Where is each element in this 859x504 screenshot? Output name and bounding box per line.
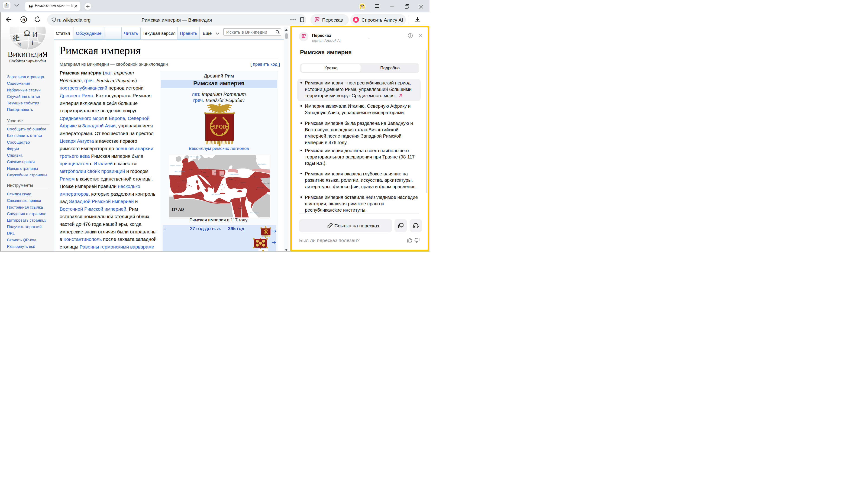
svg-text:Ω: Ω	[24, 29, 30, 38]
svg-text:ঘ: ঘ	[18, 42, 21, 48]
svg-text:Mare Germanicum: Mare Germanicum	[190, 156, 201, 157]
svg-text:117 AD: 117 AD	[171, 207, 184, 212]
svg-text:Sinus Arabicus: Sinus Arabicus	[250, 212, 259, 213]
svg-text:SPQR: SPQR	[212, 124, 227, 130]
svg-text:Cappadocia: Cappadocia	[240, 182, 246, 183]
svg-text:Mare Internum: Mare Internum	[211, 194, 220, 195]
svg-text:Britannia: Britannia	[183, 161, 188, 163]
svg-text:Ægyptus: Ægyptus	[238, 208, 242, 209]
svg-text:維: 維	[13, 34, 20, 42]
svg-text:Bithynia: Bithynia	[229, 179, 233, 180]
svg-text:Oceanus Atlanticus: Oceanus Atlanticus	[170, 165, 181, 166]
svg-text:Я: Я	[22, 17, 25, 21]
svg-text:Mare Caspium: Mare Caspium	[258, 163, 266, 165]
svg-text:Mare Cantabricum: Mare Cantabricum	[174, 171, 185, 172]
svg-text:Mesopotamia: Mesopotamia	[257, 187, 264, 188]
svg-text:Cyrenaica: Cyrenaica	[217, 200, 222, 201]
svg-text:Raetia: Raetia	[203, 172, 206, 173]
svg-text:Italia: Italia	[206, 175, 209, 177]
svg-text:Hispania: Hispania	[182, 180, 186, 181]
svg-text:٦: ٦	[29, 39, 33, 47]
svg-text:Dacia: Dacia	[214, 172, 217, 173]
svg-text:И: И	[32, 30, 38, 39]
svg-text:Gallia: Gallia	[189, 169, 193, 170]
svg-text:Armenia: Armenia	[254, 176, 258, 178]
svg-text:Macedonia: Macedonia	[217, 184, 223, 186]
svg-text:Thracia: Thracia	[221, 174, 224, 176]
svg-text:Parthian Empire: Parthian Empire	[261, 182, 270, 184]
svg-text:Pontus Euxinus: Pontus Euxinus	[229, 173, 239, 175]
svg-text:Africa: Africa	[198, 195, 202, 196]
